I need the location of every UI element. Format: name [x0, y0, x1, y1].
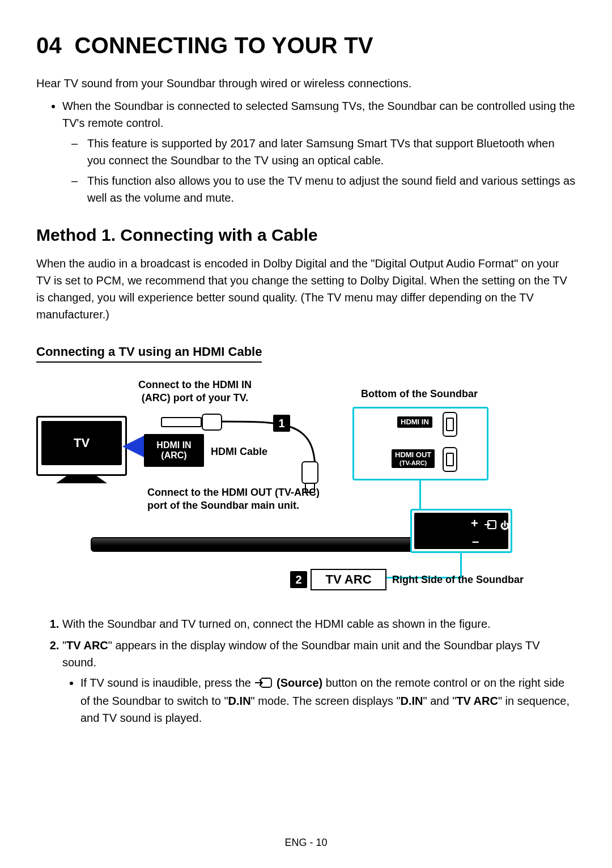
step-1: With the Soundbar and TV turned on, conn…: [62, 615, 576, 632]
label-right-side: Right Side of the Soundbar: [392, 573, 524, 586]
soundbar-port-panel: HDMI IN HDMI OUT (TV-ARC): [352, 407, 488, 480]
instruction-steps: With the Soundbar and TV turned on, conn…: [36, 615, 576, 726]
tv-icon: TV: [36, 416, 127, 476]
tv-arc-display: TV ARC: [311, 569, 386, 590]
port-hdmi-out-icon: [443, 447, 457, 472]
port-hdmi-in-icon: [443, 412, 457, 437]
rp-plus-icon: +: [471, 516, 478, 531]
method-heading: Method 1. Connecting with a Cable: [36, 225, 576, 245]
label-bottom-soundbar: Bottom of the Soundbar: [350, 388, 488, 401]
dash-list: This feature is supported by 2017 and la…: [62, 135, 576, 206]
sub-heading: Connecting a TV using an HDMI Cable: [36, 344, 262, 363]
tv-stand-icon: [56, 475, 107, 483]
hdmi-plug-left-icon: [161, 414, 223, 429]
label-connect-tv: Connect to the HDMI IN (ARC) port of you…: [133, 378, 257, 405]
rp-power-icon: ⏻: [500, 521, 509, 531]
page-footer: ENG - 10: [0, 837, 612, 849]
dash-item-1: This feature is supported by 2017 and la…: [87, 135, 576, 169]
label-hdmi-cable: HDMI Cable: [211, 445, 267, 458]
callout-hdmi-in-arc: HDMI IN (ARC): [144, 434, 204, 467]
dash-item-2: This function also allows you to use the…: [87, 172, 576, 206]
soundbar-right-panel: + – ⏻: [410, 509, 512, 553]
rp-minus-icon: –: [472, 534, 479, 549]
step-badge-2: 2: [290, 571, 307, 588]
step-2: "TV ARC" appears in the display window o…: [62, 637, 576, 726]
source-button-icon: [255, 675, 272, 692]
method-paragraph: When the audio in a broadcast is encoded…: [36, 255, 576, 323]
port-label-hdmi-out: HDMI OUT (TV-ARC): [392, 449, 435, 468]
connection-diagram: Connect to the HDMI IN (ARC) port of you…: [36, 378, 576, 599]
bullet-main: When the Soundbar is connected to select…: [62, 97, 576, 206]
section-heading: 04 CONNECTING TO YOUR TV: [36, 33, 576, 58]
step-badge-1: 1: [273, 415, 290, 432]
step-2-sub: If TV sound is inaudible, press the (Sou…: [80, 674, 576, 726]
section-title: CONNECTING TO YOUR TV: [75, 33, 373, 58]
section-number: 04: [36, 33, 62, 58]
rp-source-icon: [484, 520, 497, 533]
port-label-hdmi-in: HDMI IN: [397, 416, 432, 428]
intro-bullets: When the Soundbar is connected to select…: [36, 97, 576, 206]
label-connect-soundbar: Connect to the HDMI OUT (TV-ARC) port of…: [147, 486, 329, 513]
tv-label: TV: [41, 421, 122, 465]
intro-paragraph: Hear TV sound from your Soundbar through…: [36, 75, 576, 92]
